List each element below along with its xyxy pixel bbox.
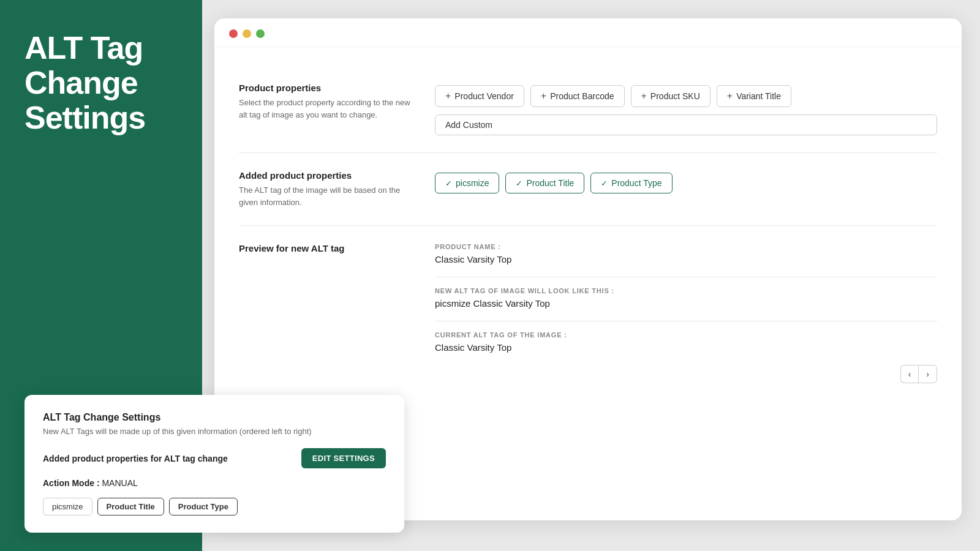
product-properties-right: + Product Vendor + Product Barcode + Pro… (435, 83, 937, 135)
browser-content: Product properties Select the product pr… (214, 47, 962, 402)
add-custom-button[interactable]: Add Custom (435, 114, 937, 135)
current-alt-label: CURRENT ALT TAG OF THE IMAGE : (435, 331, 937, 339)
tooltip-row: Added product properties for ALT tag cha… (43, 448, 386, 468)
tooltip-title: ALT Tag Change Settings (43, 412, 386, 423)
nav-next-button[interactable]: › (918, 365, 937, 383)
nav-prev-button[interactable]: ‹ (900, 365, 919, 383)
added-tag-picsmize[interactable]: ✓ picsmize (435, 173, 499, 193)
product-vendor-button[interactable]: + Product Vendor (435, 85, 524, 107)
tooltip-card: ALT Tag Change Settings New ALT Tags wil… (24, 395, 404, 533)
new-alt-value: picsmize Classic Varsity Top (435, 298, 937, 309)
added-tag-product-type[interactable]: ✓ Product Type (590, 173, 672, 193)
plus-icon: + (445, 91, 451, 102)
plus-icon: + (541, 91, 546, 102)
product-properties-section: Product properties Select the product pr… (239, 66, 937, 153)
browser-dot-green[interactable] (256, 29, 265, 38)
edit-settings-button[interactable]: EDIT SETTINGS (301, 448, 386, 468)
check-icon: ✓ (516, 179, 522, 188)
page-title: ALT Tag Change Settings (24, 31, 178, 136)
browser-chrome (214, 18, 962, 47)
preview-title: Preview for new ALT tag (239, 243, 410, 253)
plus-icon: + (727, 91, 733, 102)
added-properties-left: Added product properties The ALT tag of … (239, 170, 410, 208)
product-name-value: Classic Varsity Top (435, 254, 937, 264)
added-properties-title: Added product properties (239, 170, 410, 181)
product-name-label: PRODUCT NAME : (435, 243, 937, 250)
new-alt-block: NEW ALT TAG OF IMAGE WILL LOOK LIKE THIS… (435, 287, 937, 309)
tooltip-tag-list: picsmize Product Title Product Type (43, 498, 386, 515)
browser-dot-red[interactable] (229, 29, 238, 38)
product-properties-desc: Select the product property according to… (239, 97, 410, 121)
preview-right: PRODUCT NAME : Classic Varsity Top NEW A… (435, 243, 937, 383)
added-tag-product-title[interactable]: ✓ Product Title (505, 173, 584, 193)
variant-title-button[interactable]: + Variant Title (717, 85, 791, 107)
tooltip-tag-product-type: Product Type (169, 498, 238, 515)
product-properties-title: Product properties (239, 83, 410, 93)
preview-divider-2 (435, 321, 937, 321)
tooltip-tag-product-title: Product Title (97, 498, 164, 515)
added-properties-desc: The ALT tag of the image will be based o… (239, 184, 410, 208)
preview-divider-1 (435, 277, 937, 277)
product-barcode-button[interactable]: + Product Barcode (530, 85, 625, 107)
tooltip-description: New ALT Tags will be made up of this giv… (43, 427, 386, 436)
new-alt-label: NEW ALT TAG OF IMAGE WILL LOOK LIKE THIS… (435, 287, 937, 294)
plus-icon: + (641, 91, 647, 102)
action-mode-row: Action Mode : MANUAL (43, 478, 386, 488)
tooltip-tag-picsmize: picsmize (43, 498, 92, 515)
check-icon: ✓ (601, 179, 608, 188)
check-icon: ✓ (445, 179, 452, 188)
preview-section: Preview for new ALT tag PRODUCT NAME : C… (239, 226, 937, 383)
left-panel: ALT Tag Change Settings ALT Tag Change S… (0, 0, 202, 551)
preview-left: Preview for new ALT tag (239, 243, 410, 257)
product-name-block: PRODUCT NAME : Classic Varsity Top (435, 243, 937, 264)
product-properties-left: Product properties Select the product pr… (239, 83, 410, 121)
browser-dot-yellow[interactable] (243, 29, 251, 38)
tooltip-row-label: Added product properties for ALT tag cha… (43, 454, 228, 463)
action-mode-label: Action Mode : MANUAL (43, 478, 386, 488)
current-alt-block: CURRENT ALT TAG OF THE IMAGE : Classic V… (435, 331, 937, 353)
product-sku-button[interactable]: + Product SKU (631, 85, 710, 107)
added-properties-right: ✓ picsmize ✓ Product Title ✓ Product Typ… (435, 170, 937, 193)
nav-arrows: ‹ › (435, 365, 937, 383)
current-alt-value: Classic Varsity Top (435, 342, 937, 353)
added-properties-section: Added product properties The ALT tag of … (239, 153, 937, 226)
